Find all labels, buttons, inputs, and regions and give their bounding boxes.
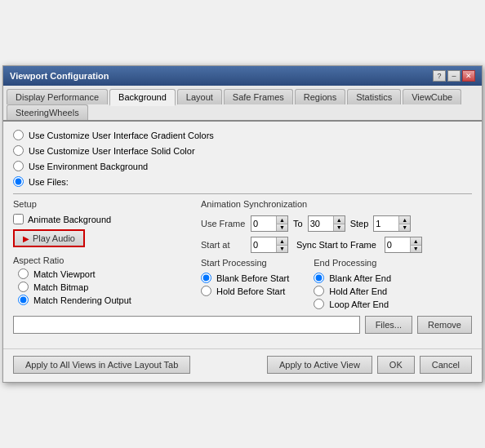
animate-bg-input[interactable] xyxy=(13,214,24,224)
tab-layout[interactable]: Layout xyxy=(177,89,222,104)
aspect-ratio-title: Aspect Ratio xyxy=(13,255,193,265)
viewport-config-window: Viewport Configuration ? – ✕ Display Per… xyxy=(2,65,483,383)
sync-up[interactable]: ▲ xyxy=(410,237,421,246)
tab-viewcube[interactable]: ViewCube xyxy=(403,89,461,104)
title-bar-buttons: ? – ✕ xyxy=(433,70,475,82)
start-at-input[interactable] xyxy=(251,237,276,252)
hold-before-start-input[interactable] xyxy=(201,286,211,296)
close-button[interactable]: ✕ xyxy=(462,70,475,82)
radio-environment[interactable]: Use Environment Background xyxy=(13,161,472,171)
anim-sync-title: Animation Synchronization xyxy=(201,199,472,209)
ar-match-viewport[interactable]: Match Viewport xyxy=(18,268,193,279)
apply-all-views-button[interactable]: Apply to All Views in Active Layout Tab xyxy=(13,356,190,374)
sync-input[interactable] xyxy=(385,237,410,252)
start-proc-title: Start Processing xyxy=(201,258,289,268)
ar-match-bitmap[interactable]: Match Bitmap xyxy=(18,282,193,292)
start-at-up[interactable]: ▲ xyxy=(276,237,287,246)
play-audio-label: Play Audio xyxy=(33,233,75,243)
content-area: Use Customize User Interface Gradient Co… xyxy=(3,122,482,342)
file-path-display xyxy=(13,316,360,334)
end-processing: End Processing Blank After End Hold Afte… xyxy=(314,258,391,309)
radio-env-label: Use Environment Background xyxy=(29,162,148,171)
to-label: To xyxy=(293,219,303,228)
ar-match-rendering[interactable]: Match Rendering Output xyxy=(18,295,193,305)
loop-after-end-label: Loop After End xyxy=(329,299,389,309)
tab-display-performance[interactable]: Display Performance xyxy=(7,89,108,104)
radio-gradient-colors[interactable]: Use Customize User Interface Gradient Co… xyxy=(13,130,472,140)
blank-before-start[interactable]: Blank Before Start xyxy=(201,273,289,283)
ar-viewport-label: Match Viewport xyxy=(33,269,96,279)
hold-after-end-input[interactable] xyxy=(314,286,324,296)
start-processing: Start Processing Blank Before Start Hold… xyxy=(201,258,289,309)
bottom-bar: Apply to All Views in Active Layout Tab … xyxy=(3,348,482,382)
blank-after-end-label: Blank After End xyxy=(329,273,391,283)
bottom-right: Apply to Active View OK Cancel xyxy=(267,356,472,374)
tab-regions[interactable]: Regions xyxy=(295,89,345,104)
divider-1 xyxy=(13,193,472,194)
radio-solid-color[interactable]: Use Customize User Interface Solid Color xyxy=(13,145,472,156)
processing-section: Start Processing Blank Before Start Hold… xyxy=(201,258,472,309)
to-input[interactable] xyxy=(309,216,333,231)
use-frame-up[interactable]: ▲ xyxy=(276,216,287,224)
hold-after-end[interactable]: Hold After End xyxy=(314,286,391,296)
files-button[interactable]: Files... xyxy=(365,316,412,334)
use-frame-input[interactable] xyxy=(251,216,276,231)
radio-solid-input[interactable] xyxy=(13,145,24,156)
use-frame-down[interactable]: ▼ xyxy=(276,224,287,232)
ar-viewport-input[interactable] xyxy=(18,268,29,279)
title-bar: Viewport Configuration ? – ✕ xyxy=(3,66,482,86)
minimize-button[interactable]: – xyxy=(447,70,461,82)
animate-background-checkbox[interactable]: Animate Background xyxy=(13,214,193,224)
to-up[interactable]: ▲ xyxy=(333,216,345,224)
cancel-button[interactable]: Cancel xyxy=(420,356,472,374)
tab-background[interactable]: Background xyxy=(109,89,176,106)
use-frame-label: Use Frame xyxy=(201,219,246,228)
start-at-down[interactable]: ▼ xyxy=(276,246,287,253)
step-label: Step xyxy=(350,219,369,228)
sync-spinbox[interactable]: ▲ ▼ xyxy=(385,237,422,253)
radio-use-files[interactable]: Use Files: xyxy=(13,176,472,187)
tab-statistics[interactable]: Statistics xyxy=(347,89,401,104)
loop-after-end[interactable]: Loop After End xyxy=(314,299,391,309)
start-at-spinbox[interactable]: ▲ ▼ xyxy=(251,237,288,253)
radio-files-input[interactable] xyxy=(13,176,24,187)
use-frame-spinbox[interactable]: ▲ ▼ xyxy=(251,215,288,232)
remove-button[interactable]: Remove xyxy=(417,316,472,334)
step-up[interactable]: ▲ xyxy=(398,216,410,224)
radio-gradient-label: Use Customize User Interface Gradient Co… xyxy=(29,131,214,140)
help-button[interactable]: ? xyxy=(433,70,446,82)
step-spinbox[interactable]: ▲ ▼ xyxy=(373,215,411,232)
hold-after-end-label: Hold After End xyxy=(329,286,387,296)
step-input[interactable] xyxy=(374,216,398,231)
ok-button[interactable]: OK xyxy=(377,356,415,374)
tab-steeringwheels[interactable]: SteeringWheels xyxy=(7,104,88,120)
background-options: Use Customize User Interface Gradient Co… xyxy=(13,130,472,187)
step-down[interactable]: ▼ xyxy=(398,224,410,232)
to-down[interactable]: ▼ xyxy=(333,224,345,232)
ar-bitmap-label: Match Bitmap xyxy=(33,282,88,292)
ar-bitmap-input[interactable] xyxy=(18,282,29,292)
radio-gradient-input[interactable] xyxy=(13,130,24,140)
setup-section: Setup Animate Background ▶ Play Audio As… xyxy=(13,199,472,309)
right-panel: Animation Synchronization Use Frame ▲ ▼ … xyxy=(201,199,472,309)
end-proc-title: End Processing xyxy=(314,258,391,268)
sync-label: Sync Start to Frame xyxy=(296,240,376,250)
blank-before-start-input[interactable] xyxy=(201,273,211,283)
to-spinbox[interactable]: ▲ ▼ xyxy=(308,215,345,232)
radio-env-input[interactable] xyxy=(13,161,24,171)
ar-rendering-label: Match Rendering Output xyxy=(33,295,131,305)
animate-bg-label: Animate Background xyxy=(28,215,111,224)
apply-active-view-button[interactable]: Apply to Active View xyxy=(267,356,372,374)
hold-before-start[interactable]: Hold Before Start xyxy=(201,286,289,296)
window-title: Viewport Configuration xyxy=(10,71,109,81)
loop-after-end-input[interactable] xyxy=(314,299,324,309)
ar-rendering-input[interactable] xyxy=(18,295,29,305)
blank-after-end[interactable]: Blank After End xyxy=(314,273,391,283)
play-audio-button[interactable]: ▶ Play Audio xyxy=(13,229,85,247)
sync-down[interactable]: ▼ xyxy=(410,246,421,253)
blank-after-end-input[interactable] xyxy=(314,273,324,283)
anim-row-1: Use Frame ▲ ▼ To ▲ ▼ xyxy=(201,215,472,232)
tab-bar: Display Performance Background Layout Sa… xyxy=(3,86,482,122)
aspect-options: Match Viewport Match Bitmap Match Render… xyxy=(13,268,193,305)
tab-safe-frames[interactable]: Safe Frames xyxy=(224,89,293,104)
